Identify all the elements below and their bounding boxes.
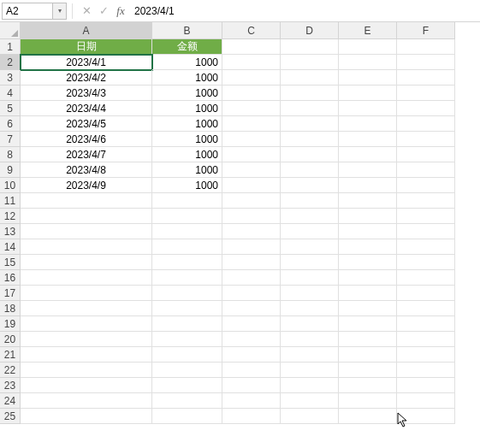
cell-C14[interactable] bbox=[222, 239, 281, 255]
cell-B12[interactable] bbox=[152, 209, 222, 224]
cell-F11[interactable] bbox=[397, 193, 455, 209]
cell-A1[interactable]: 日期 bbox=[21, 39, 152, 55]
cell-C23[interactable] bbox=[222, 378, 281, 393]
cell-B13[interactable] bbox=[152, 224, 222, 239]
cell-E13[interactable] bbox=[339, 224, 397, 239]
cell-C7[interactable] bbox=[222, 132, 281, 147]
cell-C3[interactable] bbox=[222, 70, 281, 85]
cell-A18[interactable] bbox=[21, 301, 152, 316]
cell-A6[interactable]: 2023/4/5 bbox=[21, 116, 152, 132]
row-header[interactable]: 22 bbox=[0, 363, 21, 378]
cell-B25[interactable] bbox=[152, 409, 222, 424]
cell-E20[interactable] bbox=[339, 332, 397, 347]
cell-D22[interactable] bbox=[281, 363, 339, 378]
row-header[interactable]: 19 bbox=[0, 316, 21, 332]
row-header[interactable]: 23 bbox=[0, 378, 21, 393]
cell-C17[interactable] bbox=[222, 286, 281, 301]
row-header[interactable]: 17 bbox=[0, 286, 21, 301]
cell-D24[interactable] bbox=[281, 393, 339, 409]
cell-D2[interactable] bbox=[281, 55, 339, 70]
cell-F15[interactable] bbox=[397, 255, 455, 270]
cell-F8[interactable] bbox=[397, 147, 455, 162]
row-header[interactable]: 21 bbox=[0, 347, 21, 363]
cell-F12[interactable] bbox=[397, 209, 455, 224]
cell-F2[interactable] bbox=[397, 55, 455, 70]
cell-D8[interactable] bbox=[281, 147, 339, 162]
cell-A20[interactable] bbox=[21, 332, 152, 347]
cell-F1[interactable] bbox=[397, 39, 455, 55]
cell-D16[interactable] bbox=[281, 270, 339, 286]
cell-B16[interactable] bbox=[152, 270, 222, 286]
row-header[interactable]: 24 bbox=[0, 393, 21, 409]
cell-E16[interactable] bbox=[339, 270, 397, 286]
cell-C10[interactable] bbox=[222, 178, 281, 193]
cell-F13[interactable] bbox=[397, 224, 455, 239]
cell-D23[interactable] bbox=[281, 378, 339, 393]
cell-E24[interactable] bbox=[339, 393, 397, 409]
cell-E4[interactable] bbox=[339, 85, 397, 101]
cell-A9[interactable]: 2023/4/8 bbox=[21, 162, 152, 178]
cell-E22[interactable] bbox=[339, 363, 397, 378]
cell-F21[interactable] bbox=[397, 347, 455, 363]
cell-B8[interactable]: 1000 bbox=[152, 147, 222, 162]
cell-F9[interactable] bbox=[397, 162, 455, 178]
cell-A8[interactable]: 2023/4/7 bbox=[21, 147, 152, 162]
cell-E7[interactable] bbox=[339, 132, 397, 147]
cell-D13[interactable] bbox=[281, 224, 339, 239]
row-header[interactable]: 10 bbox=[0, 178, 21, 193]
cell-E21[interactable] bbox=[339, 347, 397, 363]
cell-B4[interactable]: 1000 bbox=[152, 85, 222, 101]
cell-F3[interactable] bbox=[397, 70, 455, 85]
cell-B10[interactable]: 1000 bbox=[152, 178, 222, 193]
cell-D20[interactable] bbox=[281, 332, 339, 347]
cell-A13[interactable] bbox=[21, 224, 152, 239]
cell-D14[interactable] bbox=[281, 239, 339, 255]
row-header[interactable]: 11 bbox=[0, 193, 21, 209]
cell-B22[interactable] bbox=[152, 363, 222, 378]
cell-F20[interactable] bbox=[397, 332, 455, 347]
cell-D4[interactable] bbox=[281, 85, 339, 101]
cell-E25[interactable] bbox=[339, 409, 397, 424]
cell-F22[interactable] bbox=[397, 363, 455, 378]
cell-A3[interactable]: 2023/4/2 bbox=[21, 70, 152, 85]
cell-C4[interactable] bbox=[222, 85, 281, 101]
cell-C18[interactable] bbox=[222, 301, 281, 316]
cell-C15[interactable] bbox=[222, 255, 281, 270]
cell-B1[interactable]: 金额 bbox=[152, 39, 222, 55]
cell-B11[interactable] bbox=[152, 193, 222, 209]
cell-A7[interactable]: 2023/4/6 bbox=[21, 132, 152, 147]
cell-C11[interactable] bbox=[222, 193, 281, 209]
cell-E1[interactable] bbox=[339, 39, 397, 55]
cell-F17[interactable] bbox=[397, 286, 455, 301]
cell-E11[interactable] bbox=[339, 193, 397, 209]
cell-B2[interactable]: 1000 bbox=[152, 55, 222, 70]
cell-B3[interactable]: 1000 bbox=[152, 70, 222, 85]
cell-C21[interactable] bbox=[222, 347, 281, 363]
cell-C1[interactable] bbox=[222, 39, 281, 55]
cell-F10[interactable] bbox=[397, 178, 455, 193]
cell-F5[interactable] bbox=[397, 101, 455, 116]
cell-B21[interactable] bbox=[152, 347, 222, 363]
cell-C24[interactable] bbox=[222, 393, 281, 409]
cell-B19[interactable] bbox=[152, 316, 222, 332]
cell-B5[interactable]: 1000 bbox=[152, 101, 222, 116]
cell-A24[interactable] bbox=[21, 393, 152, 409]
cell-B7[interactable]: 1000 bbox=[152, 132, 222, 147]
row-header[interactable]: 12 bbox=[0, 209, 21, 224]
cell-E2[interactable] bbox=[339, 55, 397, 70]
cell-C25[interactable] bbox=[222, 409, 281, 424]
cell-A15[interactable] bbox=[21, 255, 152, 270]
row-header[interactable]: 5 bbox=[0, 101, 21, 116]
cell-C6[interactable] bbox=[222, 116, 281, 132]
cell-B17[interactable] bbox=[152, 286, 222, 301]
cell-F6[interactable] bbox=[397, 116, 455, 132]
cell-E14[interactable] bbox=[339, 239, 397, 255]
col-header-B[interactable]: B bbox=[152, 22, 222, 39]
row-header[interactable]: 14 bbox=[0, 239, 21, 255]
cell-D15[interactable] bbox=[281, 255, 339, 270]
col-header-A[interactable]: A bbox=[21, 22, 152, 39]
cell-F7[interactable] bbox=[397, 132, 455, 147]
select-all-button[interactable] bbox=[0, 22, 21, 39]
cell-B24[interactable] bbox=[152, 393, 222, 409]
cell-B9[interactable]: 1000 bbox=[152, 162, 222, 178]
